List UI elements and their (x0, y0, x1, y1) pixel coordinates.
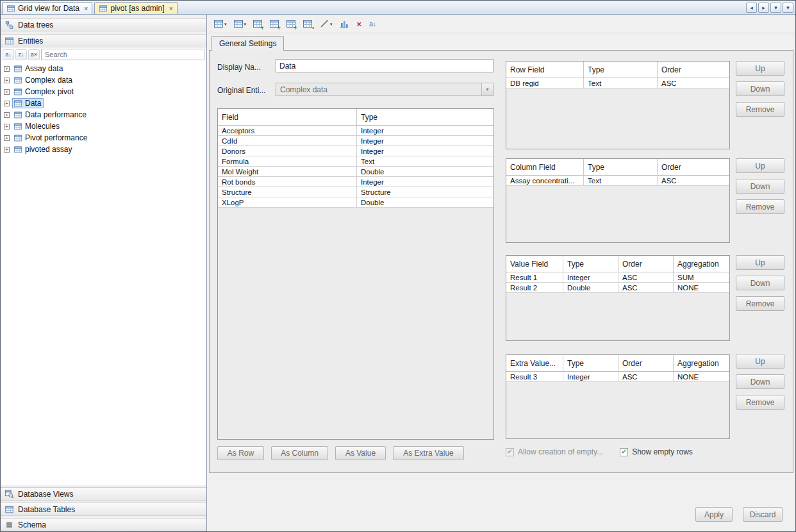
add-row-before-button[interactable]: + (252, 17, 263, 30)
scroll-tabs-left-button[interactable]: ◂ (746, 3, 757, 13)
down-button[interactable]: Down (736, 179, 784, 194)
entities-header[interactable]: Entities (1, 34, 206, 47)
show-empty-rows-checkbox[interactable]: ✔ Show empty rows (620, 447, 693, 456)
close-icon[interactable]: × (169, 5, 173, 12)
tab-general-settings[interactable]: General Settings (211, 36, 284, 51)
expand-icon[interactable]: + (4, 89, 10, 95)
remove-button[interactable]: Remove (736, 395, 784, 410)
as-value-button[interactable]: As Value (335, 446, 386, 460)
column-field-header: Column Field Type Order (506, 159, 729, 176)
schema-section[interactable]: Schema (1, 518, 206, 531)
expand-icon[interactable]: + (4, 101, 10, 106)
value-field-buttons: Up Down Remove (736, 255, 784, 311)
add-row-after-button[interactable]: + (269, 17, 280, 30)
database-tables-section[interactable]: Database Tables (1, 503, 206, 516)
tree-item-assay-data[interactable]: + Assay data (1, 63, 206, 74)
schema-icon (4, 520, 14, 529)
up-button[interactable]: Up (736, 158, 784, 173)
tab-grid-view-for-data[interactable]: Grid view for Data × (2, 2, 92, 14)
entity-icon (13, 145, 22, 154)
sort-az-icon: a↓ (369, 21, 376, 28)
table-row[interactable]: Formula Text (218, 156, 493, 167)
table-row[interactable]: Assay concentrati... Text ASC (506, 176, 729, 186)
database-views-section[interactable]: Database Views (1, 487, 206, 501)
expand-icon[interactable]: + (4, 124, 10, 129)
table-options-button[interactable]: • (302, 17, 313, 30)
table-row[interactable]: Result 2 Double ASC NONE (506, 283, 729, 293)
up-button[interactable]: Up (736, 354, 784, 369)
tree-item-pivoted-assay[interactable]: + pivoted assay (1, 144, 206, 155)
up-button[interactable]: Up (736, 255, 784, 270)
tree-item-data-selected[interactable]: + Data (1, 97, 206, 109)
table-row[interactable]: XLogP Double (218, 197, 493, 208)
tree-item-complex-pivot[interactable]: + Complex pivot (1, 86, 206, 97)
expand-icon[interactable]: + (4, 78, 10, 83)
delete-button[interactable]: × (355, 17, 364, 30)
table-row[interactable]: Mol Weight Double (218, 167, 493, 177)
expand-icon[interactable]: + (4, 112, 10, 118)
discard-button[interactable]: Discard (743, 507, 783, 522)
display-name-input[interactable] (276, 59, 493, 72)
database-views-label: Database Views (18, 490, 74, 499)
remove-button[interactable]: Remove (736, 102, 784, 117)
tab-list-dropdown-button[interactable]: ▾ (770, 3, 781, 13)
up-button[interactable]: Up (736, 61, 784, 76)
data-trees-label: Data trees (18, 21, 53, 29)
tree-item-label: Complex data (25, 76, 72, 85)
table-row[interactable]: Donors Integer (218, 146, 493, 156)
expand-icon[interactable]: + (4, 66, 10, 72)
apply-button[interactable]: Apply (695, 507, 733, 522)
close-icon[interactable]: × (84, 5, 88, 12)
layout-mode-button[interactable]: ▾ (233, 17, 247, 30)
tree-item-complex-data[interactable]: + Complex data (1, 74, 206, 86)
search-input[interactable] (41, 49, 204, 60)
expand-icon[interactable]: + (4, 147, 10, 153)
sort-descending-icon[interactable]: z↓ (15, 49, 27, 60)
down-button[interactable]: Down (736, 374, 784, 389)
row-field-buttons: Up Down Remove (736, 61, 784, 117)
plus-icon: + (294, 26, 297, 31)
as-row-button[interactable]: As Row (217, 446, 264, 460)
column-field-buttons: Up Down Remove (736, 158, 784, 214)
tree-item-label: Pivot performance (25, 133, 87, 142)
tab-pivot-as-admin[interactable]: pivot [as admin] × (94, 2, 177, 14)
remove-button[interactable]: Remove (736, 296, 784, 311)
window-menu-button[interactable]: ▾ (783, 3, 793, 13)
table-empty-area (506, 88, 729, 149)
chart-button[interactable] (338, 17, 350, 30)
tree-item-pivot-performance[interactable]: + Pivot performance (1, 132, 206, 144)
tree-item-label: Molecules (25, 122, 60, 131)
table-row[interactable]: CdId Integer (218, 136, 493, 146)
sort-button[interactable]: a↓ (369, 17, 377, 30)
sort-ascending-icon[interactable]: a↓ (3, 49, 14, 60)
table-row[interactable]: Result 3 Integer ASC NONE (506, 372, 729, 382)
expand-icon[interactable]: + (4, 135, 10, 141)
table-row[interactable]: Rot bonds Integer (218, 177, 493, 187)
scroll-tabs-right-button[interactable]: ▸ (758, 3, 769, 13)
down-button[interactable]: Down (736, 276, 784, 290)
remove-button[interactable]: Remove (736, 199, 784, 214)
tree-item-label: Data performance (25, 110, 87, 119)
sidebar: Data trees Entities a↓ z↓ a× + Assay dat… (1, 15, 207, 531)
entity-icon (13, 65, 22, 73)
tree-item-data-performance[interactable]: + Data performance (1, 109, 206, 121)
line-style-button[interactable]: ▾ (319, 17, 333, 30)
table-row[interactable]: Acceptors Integer (218, 126, 493, 136)
tree-item-molecules[interactable]: + Molecules (1, 121, 206, 132)
column-chart-icon (339, 19, 349, 29)
data-trees-header[interactable]: Data trees (1, 18, 206, 31)
as-column-button[interactable]: As Column (271, 446, 328, 460)
add-column-button[interactable]: + (285, 17, 297, 30)
delete-icon: × (356, 20, 363, 28)
clear-sort-icon[interactable]: a× (28, 49, 40, 60)
table-row[interactable]: Result 1 Integer ASC SUM (506, 272, 729, 283)
database-tables-label: Database Tables (18, 505, 75, 514)
table-empty-area (506, 293, 729, 340)
table-row[interactable]: Structure Structure (218, 187, 493, 197)
table-row[interactable]: DB regid Text ASC (506, 78, 729, 88)
original-entity-dropdown[interactable]: Complex data ▾ (276, 83, 493, 96)
entity-icon (13, 76, 22, 85)
down-button[interactable]: Down (736, 81, 784, 96)
as-extra-value-button[interactable]: As Extra Value (393, 446, 464, 460)
pivot-settings-button[interactable]: ▾ (213, 17, 228, 30)
